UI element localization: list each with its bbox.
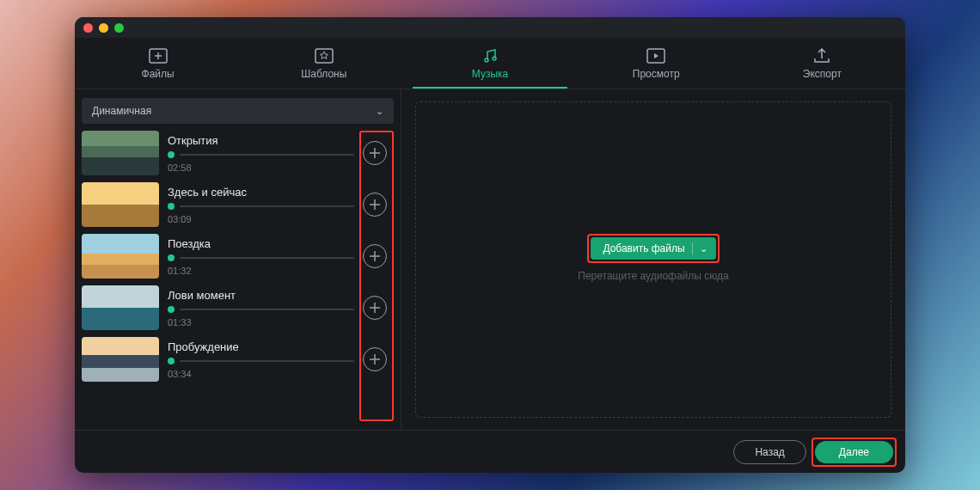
play-indicator-icon[interactable] — [168, 254, 175, 261]
track-duration: 01:32 — [168, 266, 354, 276]
tab-music[interactable]: Музыка — [407, 38, 573, 89]
music-note-icon — [481, 47, 499, 64]
track-info: Лови момент 01:33 — [168, 289, 354, 328]
window-minimize-button[interactable] — [99, 23, 108, 33]
main-body: Динамичная ⌄ Открытия 02:58 — [75, 89, 905, 430]
export-icon — [812, 47, 831, 64]
back-button[interactable]: Назад — [733, 440, 805, 464]
track-title: Пробуждение — [168, 340, 354, 353]
track-thumbnail — [82, 182, 159, 227]
track-duration: 02:58 — [168, 162, 354, 173]
play-indicator-icon[interactable] — [168, 151, 175, 158]
audio-dropzone[interactable]: Добавить файлы ⌄ Перетащите аудиофайлы с… — [415, 101, 891, 418]
tab-preview[interactable]: Просмотр — [573, 38, 739, 89]
top-tabs: Файлы Шаблоны Музыка Просмотр Экспорт — [75, 38, 905, 89]
star-file-icon — [315, 47, 334, 64]
add-track-button[interactable] — [363, 193, 387, 217]
track-duration: 03:34 — [168, 369, 354, 379]
tab-label: Просмотр — [633, 68, 680, 80]
right-panel: Добавить файлы ⌄ Перетащите аудиофайлы с… — [401, 89, 905, 430]
add-files-label: Добавить файлы — [603, 242, 684, 254]
track-info: Поездка 01:32 — [168, 237, 354, 276]
next-wrapper: Далее — [815, 441, 893, 463]
tab-files[interactable]: Файлы — [75, 38, 241, 89]
track-info: Здесь и сейчас 03:09 — [168, 186, 354, 224]
play-indicator-icon[interactable] — [168, 358, 175, 364]
play-indicator-icon[interactable] — [168, 203, 175, 210]
track-title: Лови момент — [168, 289, 354, 302]
track-thumbnail — [82, 337, 159, 382]
track-title: Здесь и сейчас — [168, 186, 354, 199]
tab-label: Файлы — [142, 68, 175, 80]
track-thumbnail — [82, 234, 159, 279]
track-info: Пробуждение 03:34 — [168, 340, 354, 379]
track-row[interactable]: Лови момент 01:33 — [82, 285, 389, 330]
track-seek-bar[interactable] — [180, 205, 354, 207]
svg-point-5 — [493, 57, 496, 60]
add-track-button[interactable] — [363, 347, 387, 371]
tracks-list[interactable]: Открытия 02:58 Здесь и сейчас 03:09 — [82, 131, 394, 421]
tab-label: Шаблоны — [301, 68, 346, 80]
category-select[interactable]: Динамичная ⌄ — [82, 98, 394, 124]
add-track-button[interactable] — [363, 244, 387, 268]
app-window: Файлы Шаблоны Музыка Просмотр Экспорт — [75, 17, 905, 473]
track-seek-bar[interactable] — [180, 360, 354, 362]
titlebar — [75, 17, 905, 38]
track-row[interactable]: Здесь и сейчас 03:09 — [82, 182, 389, 227]
category-selected-label: Динамичная — [92, 105, 151, 117]
track-row[interactable]: Поездка 01:32 — [82, 234, 389, 279]
tab-export[interactable]: Экспорт — [739, 38, 905, 89]
chevron-down-icon: ⌄ — [376, 106, 383, 117]
window-zoom-button[interactable] — [114, 23, 124, 33]
track-title: Поездка — [168, 237, 354, 250]
tracks-wrapper: Открытия 02:58 Здесь и сейчас 03:09 — [82, 131, 394, 421]
svg-point-4 — [485, 58, 488, 62]
button-divider — [692, 242, 693, 254]
play-rect-icon — [646, 47, 665, 64]
track-duration: 03:09 — [168, 214, 354, 224]
next-button[interactable]: Далее — [815, 441, 893, 463]
plus-file-icon — [149, 47, 168, 64]
track-seek-bar[interactable] — [180, 309, 354, 310]
tab-templates[interactable]: Шаблоны — [241, 38, 407, 89]
tab-label: Экспорт — [803, 68, 842, 80]
footer: Назад Далее — [75, 430, 905, 473]
tab-label: Музыка — [472, 68, 508, 80]
dropzone-hint: Перетащите аудиофайлы сюда — [578, 270, 728, 282]
track-row[interactable]: Пробуждение 03:34 — [82, 337, 389, 382]
track-seek-bar[interactable] — [180, 257, 354, 259]
track-seek-bar[interactable] — [180, 154, 354, 156]
track-row[interactable]: Открытия 02:58 — [82, 131, 389, 175]
add-files-button[interactable]: Добавить файлы ⌄ — [591, 237, 715, 260]
add-track-button[interactable] — [363, 141, 387, 165]
track-thumbnail — [82, 131, 159, 175]
left-panel: Динамичная ⌄ Открытия 02:58 — [75, 89, 401, 430]
chevron-down-icon: ⌄ — [700, 243, 707, 254]
add-files-wrapper: Добавить файлы ⌄ — [591, 237, 715, 260]
window-close-button[interactable] — [83, 23, 93, 33]
track-title: Открытия — [168, 134, 354, 147]
track-duration: 01:33 — [168, 317, 354, 328]
track-info: Открытия 02:58 — [168, 134, 354, 173]
track-thumbnail — [82, 285, 159, 330]
play-indicator-icon[interactable] — [168, 306, 175, 313]
add-track-button[interactable] — [363, 296, 387, 320]
